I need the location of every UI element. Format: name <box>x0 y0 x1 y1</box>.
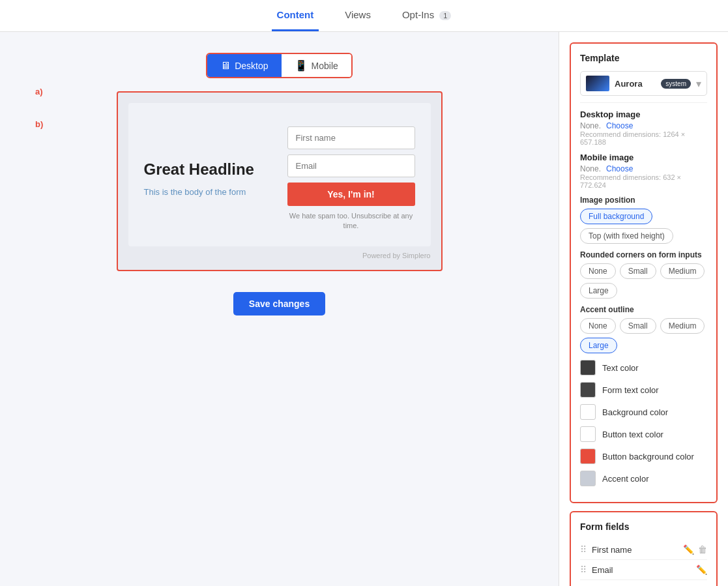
right-panel: Template Aurora system ▾ Desktop image N… <box>559 32 728 586</box>
rounded-large[interactable]: Large <box>580 283 617 299</box>
template-name: Aurora <box>615 79 656 89</box>
preview-form: Great Headline This is the body of the f… <box>128 103 431 246</box>
center-area: a) b) 🖥 Desktop 📱 Mobile Great Headline <box>0 32 559 586</box>
save-changes-button[interactable]: Save changes <box>233 292 325 315</box>
preview-powered-by: Powered by Simplero <box>128 252 431 259</box>
form-field-row: ⠿ First name ✏️🗑 <box>580 540 707 560</box>
image-position-full-bg[interactable]: Full background <box>580 209 652 224</box>
desktop-image-choose[interactable]: Choose <box>606 121 633 130</box>
field-name-label: First name <box>592 545 678 555</box>
form-fields-list: ⠿ First name ✏️🗑 ⠿ Email ✏️ <box>580 540 707 580</box>
preview-submit-button[interactable]: Yes, I'm in! <box>287 183 415 206</box>
desktop-icon: 🖥 <box>220 60 231 72</box>
desktop-image-row: Desktop image None. Choose Recommend dim… <box>580 110 707 146</box>
tab-content[interactable]: Content <box>272 0 319 31</box>
field-actions: ✏️🗑 <box>683 544 707 555</box>
desktop-image-label: Desktop image <box>580 110 707 119</box>
template-section-title: Template <box>580 53 707 63</box>
template-section: Template Aurora system ▾ Desktop image N… <box>570 42 718 503</box>
desktop-image-sub: None. Choose <box>580 121 707 130</box>
image-position-label: Image position <box>580 196 707 205</box>
color-label-accent-color: Accent color <box>602 474 649 484</box>
page-wrapper: a) b) 🖥 Desktop 📱 Mobile Great Headline <box>16 48 543 315</box>
field-delete-btn[interactable]: 🗑 <box>698 544 707 555</box>
top-nav: Content Views Opt-Ins 1 <box>0 0 728 32</box>
color-row-accent-color[interactable]: Accent color <box>580 471 707 486</box>
form-field-row: ⠿ Email ✏️ <box>580 560 707 580</box>
template-row[interactable]: Aurora system ▾ <box>580 71 707 96</box>
label-b: b) <box>35 119 43 129</box>
mobile-image-choose[interactable]: Choose <box>606 164 633 173</box>
color-row-button-bg-color[interactable]: Button background color <box>580 448 707 464</box>
color-label-bg-color: Background color <box>602 407 668 417</box>
preview-body: This is the body of the form <box>144 187 272 197</box>
image-position-options: Full background Top (with fixed height) <box>580 209 707 244</box>
tab-views[interactable]: Views <box>340 0 376 31</box>
rounded-small[interactable]: Small <box>620 263 656 279</box>
preview-wrapper: Great Headline This is the body of the f… <box>117 91 443 271</box>
mobile-image-label: Mobile image <box>580 153 707 162</box>
mobile-image-dim: Recommend dimensions: 632 × 772.624 <box>580 173 707 189</box>
mobile-button[interactable]: 📱 Mobile <box>282 54 351 77</box>
rounded-medium[interactable]: Medium <box>660 263 705 279</box>
color-row-button-text-color[interactable]: Button text color <box>580 426 707 442</box>
color-swatch-bg-color <box>580 404 596 420</box>
color-swatch-button-text-color <box>580 426 596 442</box>
template-thumbnail <box>586 76 609 91</box>
main-layout: a) b) 🖥 Desktop 📱 Mobile Great Headline <box>0 32 728 586</box>
form-fields-section: Form fields ⠿ First name ✏️🗑 ⠿ Email ✏️ … <box>570 511 718 586</box>
color-row-text-color[interactable]: Text color <box>580 360 707 375</box>
preview-email-input[interactable] <box>287 154 415 177</box>
mobile-image-row: Mobile image None. Choose Recommend dime… <box>580 153 707 189</box>
preview-firstname-input[interactable] <box>287 126 415 149</box>
accent-medium[interactable]: Medium <box>660 318 705 334</box>
color-rows: Text colorForm text colorBackground colo… <box>580 360 707 486</box>
rounded-corners-options: None Small Medium Large <box>580 263 707 299</box>
accent-outline-options: None Small Medium Large <box>580 318 707 353</box>
mobile-icon: 📱 <box>295 59 308 72</box>
preview-headline: Great Headline <box>144 160 272 179</box>
preview-right: Yes, I'm in! We hate spam too. Unsubscri… <box>287 126 415 231</box>
accent-none[interactable]: None <box>580 318 616 334</box>
color-swatch-button-bg-color <box>580 448 596 464</box>
optins-badge: 1 <box>439 11 451 20</box>
color-label-form-text-color: Form text color <box>602 385 659 395</box>
label-a: a) <box>35 87 43 96</box>
accent-small[interactable]: Small <box>620 318 656 334</box>
field-edit-btn[interactable]: ✏️ <box>696 564 707 575</box>
desktop-image-dim: Recommend dimensions: 1264 × 657.188 <box>580 130 707 146</box>
field-actions: ✏️ <box>696 564 707 575</box>
color-row-form-text-color[interactable]: Form text color <box>580 382 707 398</box>
color-swatch-form-text-color <box>580 382 596 398</box>
form-fields-title: Form fields <box>580 521 707 532</box>
desktop-button[interactable]: 🖥 Desktop <box>207 54 281 77</box>
device-toggle: 🖥 Desktop 📱 Mobile <box>206 53 353 78</box>
mobile-image-sub: None. Choose <box>580 164 707 173</box>
field-name-label: Email <box>592 565 691 575</box>
accent-outline-label: Accent outline <box>580 305 707 314</box>
color-row-bg-color[interactable]: Background color <box>580 404 707 420</box>
image-position-top[interactable]: Top (with fixed height) <box>580 228 673 244</box>
preview-spam-text: We hate spam too. Unsubscribe at any tim… <box>287 211 415 231</box>
color-label-button-bg-color: Button background color <box>602 452 694 461</box>
rounded-corners-label: Rounded corners on form inputs <box>580 250 707 259</box>
preview-left: Great Headline This is the body of the f… <box>144 160 272 197</box>
accent-large[interactable]: Large <box>580 338 617 353</box>
color-swatch-text-color <box>580 360 596 375</box>
color-label-text-color: Text color <box>602 363 639 373</box>
template-badge: system <box>661 79 691 89</box>
tab-optins[interactable]: Opt-Ins 1 <box>397 0 456 31</box>
field-edit-btn[interactable]: ✏️ <box>683 544 694 555</box>
color-swatch-accent-color <box>580 471 596 486</box>
color-label-button-text-color: Button text color <box>602 430 663 439</box>
field-drag-handle[interactable]: ⠿ <box>580 544 587 555</box>
template-dropdown-icon[interactable]: ▾ <box>696 78 701 90</box>
rounded-none[interactable]: None <box>580 263 616 279</box>
field-drag-handle[interactable]: ⠿ <box>580 564 587 575</box>
